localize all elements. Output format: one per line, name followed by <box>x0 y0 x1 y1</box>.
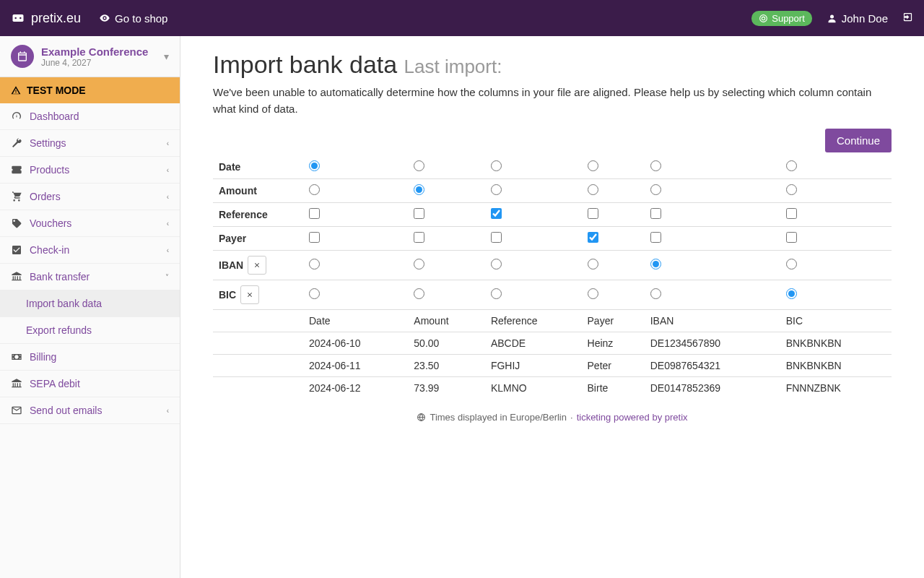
support-badge[interactable]: Support <box>751 11 812 26</box>
nav-send-emails[interactable]: Send out emails ‹ <box>0 397 180 424</box>
checkbox-input[interactable] <box>414 232 424 243</box>
close-icon <box>246 291 253 298</box>
checkbox-input[interactable] <box>588 232 598 243</box>
mapping-cell <box>485 227 582 251</box>
radio-input[interactable] <box>650 184 661 195</box>
radio-input[interactable] <box>491 259 502 269</box>
remove-row-button[interactable] <box>248 256 266 275</box>
warning-icon <box>11 85 21 95</box>
radio-input[interactable] <box>309 288 320 299</box>
nav-vouchers[interactable]: Vouchers ‹ <box>0 210 180 237</box>
checkbox-input[interactable] <box>414 208 424 219</box>
calendar-icon <box>11 45 34 68</box>
main-content: Import bank data Last import: We've been… <box>180 36 924 578</box>
radio-input[interactable] <box>414 259 424 269</box>
mapping-cell <box>582 227 645 251</box>
radio-input[interactable] <box>588 184 598 195</box>
bank-icon <box>11 378 22 389</box>
radio-input[interactable] <box>786 160 797 171</box>
nav-billing[interactable]: Billing <box>0 344 180 371</box>
nav-export-refunds[interactable]: Export refunds <box>0 317 180 344</box>
event-date: June 4, 2027 <box>41 58 157 68</box>
nav-checkin-label: Check-in <box>30 244 69 256</box>
mapping-cell <box>303 227 408 251</box>
nav-sepa-debit[interactable]: SEPA debit <box>0 371 180 397</box>
radio-input[interactable] <box>588 259 598 269</box>
radio-input[interactable] <box>491 184 502 195</box>
chevron-down-icon: ˅ <box>165 273 169 281</box>
mapping-cell <box>780 179 892 203</box>
radio-input[interactable] <box>491 288 502 299</box>
mapping-cell <box>645 179 780 203</box>
preview-cell: Heinz <box>582 332 645 355</box>
row-label: Date <box>213 155 303 179</box>
radio-input[interactable] <box>650 288 661 299</box>
logout-link[interactable] <box>902 12 913 25</box>
checkbox-input[interactable] <box>309 232 320 243</box>
checkbox-input[interactable] <box>491 208 502 219</box>
test-mode-text: TEST MODE <box>27 85 86 96</box>
preview-header-cell: BIC <box>780 310 892 332</box>
checkbox-input[interactable] <box>650 232 661 243</box>
logout-icon <box>902 12 913 22</box>
checkbox-input[interactable] <box>588 208 598 219</box>
user-menu[interactable]: John Doe <box>827 12 888 25</box>
checkbox-input[interactable] <box>650 208 661 219</box>
preview-cell: FGHIJ <box>485 355 582 377</box>
chevron-left-icon: ‹ <box>167 407 169 415</box>
radio-input[interactable] <box>786 288 797 299</box>
wrench-icon <box>11 137 22 149</box>
radio-input[interactable] <box>786 184 797 195</box>
radio-input[interactable] <box>650 259 661 269</box>
nav-import-bank-data-label: Import bank data <box>26 298 102 309</box>
brand-text: pretix.eu <box>31 11 81 26</box>
nav-bank-transfer[interactable]: Bank transfer ˅ <box>0 264 180 290</box>
preview-header-cell: IBAN <box>645 310 780 332</box>
checkbox-input[interactable] <box>786 208 797 219</box>
footer-sep: · <box>570 412 573 423</box>
mapping-row: IBAN <box>213 251 892 280</box>
nav-send-emails-label: Send out emails <box>30 405 102 416</box>
powered-link[interactable]: ticketing powered by pretix <box>577 412 688 423</box>
radio-input[interactable] <box>309 184 320 195</box>
radio-input[interactable] <box>588 288 598 299</box>
brand-link[interactable]: pretix.eu <box>11 11 81 26</box>
empty-cell <box>213 332 303 355</box>
nav-products[interactable]: Products ‹ <box>0 157 180 184</box>
preview-cell: 73.99 <box>408 377 485 400</box>
nav-checkin[interactable]: Check-in ‹ <box>0 237 180 264</box>
preview-cell: 2024-06-10 <box>303 332 408 355</box>
radio-input[interactable] <box>414 288 424 299</box>
nav-settings[interactable]: Settings ‹ <box>0 130 180 157</box>
chevron-left-icon: ‹ <box>167 166 169 174</box>
go-to-shop-link[interactable]: Go to shop <box>99 12 167 25</box>
radio-input[interactable] <box>414 160 424 171</box>
continue-button[interactable]: Continue <box>825 129 892 152</box>
radio-input[interactable] <box>491 160 502 171</box>
event-header[interactable]: Example Conference June 4, 2027 ▾ <box>0 36 180 77</box>
nav-orders[interactable]: Orders ‹ <box>0 184 180 210</box>
preview-cell: 23.50 <box>408 355 485 377</box>
row-label: IBAN <box>213 251 303 280</box>
remove-row-button[interactable] <box>240 285 259 304</box>
caret-down-icon: ▾ <box>164 51 169 62</box>
checkbox-input[interactable] <box>786 232 797 243</box>
radio-input[interactable] <box>414 184 424 195</box>
radio-input[interactable] <box>786 259 797 269</box>
mapping-cell <box>303 251 408 280</box>
radio-input[interactable] <box>588 160 598 171</box>
topbar-left: pretix.eu Go to shop <box>11 11 167 26</box>
checkbox-input[interactable] <box>491 232 502 243</box>
brand-icon <box>11 11 25 25</box>
preview-cell: DE0987654321 <box>645 355 780 377</box>
radio-input[interactable] <box>309 160 320 171</box>
nav-dashboard[interactable]: Dashboard <box>0 103 180 130</box>
nav-import-bank-data[interactable]: Import bank data <box>0 290 180 317</box>
tags-icon <box>11 217 22 229</box>
topbar: pretix.eu Go to shop Support John Doe <box>0 0 924 36</box>
checkbox-input[interactable] <box>309 208 320 219</box>
mapping-cell <box>303 280 408 310</box>
radio-input[interactable] <box>650 160 661 171</box>
radio-input[interactable] <box>309 259 320 269</box>
chevron-left-icon: ‹ <box>167 220 169 228</box>
